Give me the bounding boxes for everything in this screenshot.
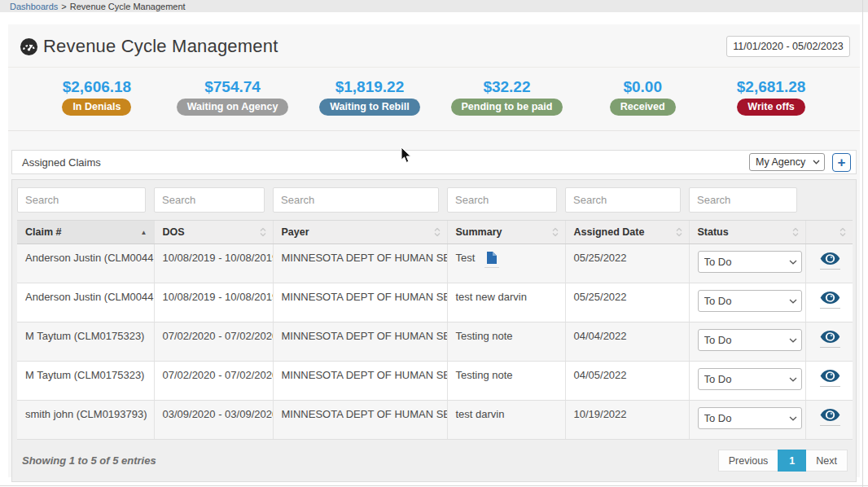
claim-cell: smith john (CLM0193793)	[17, 401, 154, 440]
column-search-row	[17, 187, 853, 221]
dos-cell: 07/02/2020 - 07/02/2020	[154, 362, 273, 401]
stat-badge: Received	[610, 99, 676, 116]
summary-cell: Testing note	[447, 322, 565, 362]
payer-cell: MINNESOTA DEPT OF HUMAN SERVICES	[273, 244, 447, 283]
stat-amount: $754.74	[177, 78, 289, 96]
column-header-status[interactable]: Status	[689, 221, 805, 244]
assigned-date-cell: 05/25/2022	[565, 244, 689, 283]
claims-table: Claim # ▲ DOS Payer	[17, 187, 853, 440]
pagination-previous-button[interactable]: Previous	[718, 450, 778, 472]
assigned-date-cell: 04/05/2022	[565, 362, 689, 401]
stat-amount: $32.22	[451, 78, 563, 96]
stat-amount: $2,681.28	[722, 78, 820, 96]
summary-cell: test new darvin	[447, 283, 565, 322]
attachment-file-icon[interactable]	[484, 252, 499, 268]
agency-select[interactable]: My Agency	[749, 153, 825, 171]
window-edge	[0, 485, 868, 486]
sort-icon	[260, 228, 266, 237]
stat-badge: Waiting to Rebill	[319, 99, 419, 116]
table-footer: Showing 1 to 5 of 5 entries Previous 1 N…	[17, 440, 851, 475]
claim-cell: M Taytum (CLM0175323)	[17, 322, 154, 362]
sort-ascending-icon: ▲	[141, 229, 147, 236]
sort-icon	[434, 228, 441, 237]
stat-pending-to-be-paid: $32.22 Pending to be paid	[451, 78, 563, 116]
search-payer-input[interactable]	[273, 187, 439, 213]
sort-icon	[552, 228, 559, 237]
sort-icon	[676, 228, 682, 237]
column-header-payer[interactable]: Payer	[273, 221, 447, 244]
assigned-claims-title: Assigned Claims	[22, 156, 101, 169]
assigned-date-cell: 10/19/2022	[565, 401, 689, 440]
payer-cell: MINNESOTA DEPT OF HUMAN SERVICES	[273, 283, 447, 322]
claim-cell: Anderson Justin (CLM0044118)	[17, 244, 154, 283]
stats-row: $2,606.18 In Denials $754.74 Waiting on …	[8, 68, 860, 131]
sort-icon	[840, 228, 846, 237]
window-edge	[862, 0, 863, 487]
stat-in-denials: $2,606.18 In Denials	[48, 78, 146, 116]
table-row: M Taytum (CLM0175323) 07/02/2020 - 07/02…	[17, 362, 853, 401]
dashboard-gauge-icon	[20, 37, 38, 56]
summary-cell: Testing note	[447, 362, 565, 401]
status-select[interactable]: To Do	[698, 290, 802, 312]
claim-cell: M Taytum (CLM0175323)	[17, 362, 154, 401]
stat-badge: Pending to be paid	[451, 99, 563, 116]
table-row: Anderson Justin (CLM0044119) 10/08/2019 …	[17, 283, 853, 322]
breadcrumb-current: Revenue Cycle Management	[70, 2, 186, 11]
search-dos-input[interactable]	[154, 187, 265, 213]
pagination: Previous 1 Next	[718, 450, 848, 472]
column-header-dos[interactable]: DOS	[154, 221, 273, 244]
status-select[interactable]: To Do	[698, 329, 802, 351]
stat-badge: Waiting on Agency	[177, 99, 289, 116]
stat-waiting-on-agency: $754.74 Waiting on Agency	[177, 78, 289, 116]
page-header: Revenue Cycle Management	[8, 24, 860, 68]
view-claim-eye-icon[interactable]	[820, 409, 840, 426]
summary-cell: test darvin	[447, 401, 565, 440]
stat-amount: $0.00	[594, 78, 691, 96]
column-header-actions[interactable]	[805, 221, 853, 244]
column-header-summary[interactable]: Summary	[447, 221, 565, 244]
breadcrumb: Dashboards > Revenue Cycle Management	[0, 0, 868, 12]
view-claim-eye-icon[interactable]	[820, 370, 840, 387]
stat-waiting-to-rebill: $1,819.22 Waiting to Rebill	[319, 78, 419, 116]
dos-cell: 10/08/2019 - 10/08/2019	[154, 244, 273, 283]
view-claim-eye-icon[interactable]	[820, 331, 840, 348]
assigned-date-cell: 05/25/2022	[565, 283, 689, 322]
table-header-row: Claim # ▲ DOS Payer	[17, 221, 853, 244]
payer-cell: MINNESOTA DEPT OF HUMAN SERVICES	[273, 401, 447, 440]
column-header-claim[interactable]: Claim # ▲	[17, 221, 154, 244]
search-summary-input[interactable]	[447, 187, 557, 213]
table-row: smith john (CLM0193793) 03/09/2020 - 03/…	[17, 401, 853, 440]
claims-table-panel: Claim # ▲ DOS Payer	[11, 179, 857, 482]
entries-summary: Showing 1 to 5 of 5 entries	[22, 454, 156, 467]
page-title: Revenue Cycle Management	[43, 36, 278, 57]
stat-received: $0.00 Received	[594, 78, 691, 116]
column-header-assigned-date[interactable]: Assigned Date	[565, 221, 689, 244]
date-range-input[interactable]	[726, 36, 850, 57]
dos-cell: 07/02/2020 - 07/02/2020	[154, 322, 273, 362]
status-select[interactable]: To Do	[698, 368, 802, 390]
sort-icon	[792, 228, 799, 237]
stat-badge: In Denials	[62, 99, 131, 116]
add-claim-button[interactable]: +	[832, 153, 851, 172]
assigned-date-cell: 04/04/2022	[565, 322, 689, 362]
payer-cell: MINNESOTA DEPT OF HUMAN SERVICES	[273, 322, 447, 362]
pagination-next-button[interactable]: Next	[806, 450, 848, 472]
stat-badge: Write offs	[737, 99, 804, 116]
dos-cell: 10/08/2019 - 10/08/2019	[154, 283, 273, 322]
search-status-input[interactable]	[689, 187, 797, 213]
pagination-page-1-button[interactable]: 1	[778, 450, 806, 472]
search-assigned-date-input[interactable]	[565, 187, 681, 213]
search-claim-input[interactable]	[17, 187, 146, 213]
table-row: M Taytum (CLM0175323) 07/02/2020 - 07/02…	[17, 322, 853, 362]
status-select[interactable]: To Do	[698, 407, 802, 429]
stat-amount: $1,819.22	[319, 78, 419, 96]
dashboard-page: Revenue Cycle Management $2,606.18 In De…	[8, 24, 860, 477]
dos-cell: 03/09/2020 - 03/09/2020	[154, 401, 273, 440]
breadcrumb-dashboards-link[interactable]: Dashboards	[10, 2, 58, 11]
stat-write-offs: $2,681.28 Write offs	[722, 78, 820, 116]
status-select[interactable]: To Do	[698, 251, 802, 273]
breadcrumb-separator: >	[61, 2, 66, 11]
view-claim-eye-icon[interactable]	[820, 252, 840, 270]
view-claim-eye-icon[interactable]	[820, 292, 840, 309]
payer-cell: MINNESOTA DEPT OF HUMAN SERVICES	[273, 362, 447, 401]
